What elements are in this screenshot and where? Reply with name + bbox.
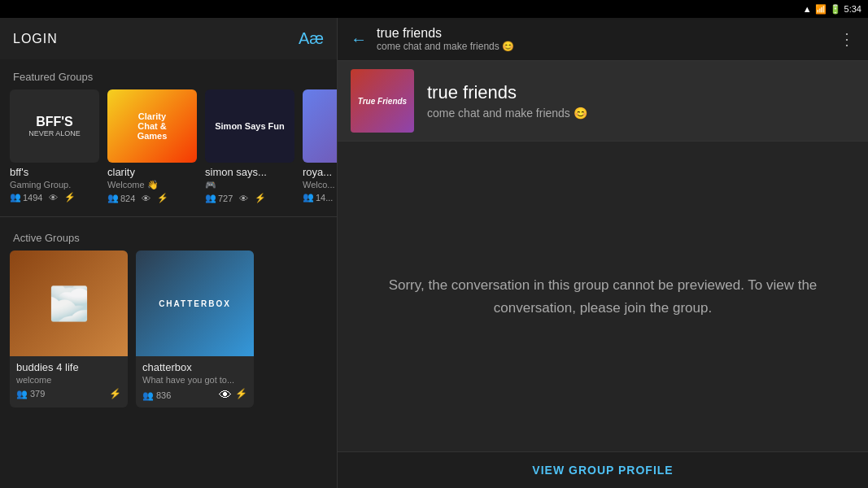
signal-icon: 📶	[815, 4, 827, 15]
eye-icon: 👁	[219, 388, 232, 403]
translate-icon[interactable]: Aæ	[299, 29, 324, 48]
featured-groups-scroll: BFF'S NEVER ALONE bff's Gaming Group. 👥 …	[0, 89, 337, 213]
clarity-name: clarity	[107, 166, 197, 178]
group-preview-details: true friends come chat and make friends …	[427, 82, 587, 120]
people-icon: 👥	[142, 390, 154, 401]
buddies-members: 👥 379	[16, 389, 45, 399]
group-preview-image: True Friends	[351, 69, 414, 133]
chatterbox-placeholder: CHATTERBOX	[136, 251, 254, 356]
people-icon: 👥	[107, 193, 119, 203]
royal-members: 👥 14...	[303, 192, 333, 203]
flash-icon: ⚡	[157, 193, 168, 203]
bffs-stats: 👥 1494 👁 ⚡	[10, 192, 99, 203]
eye-icon: 👁	[239, 194, 248, 203]
group-sub-header: come chat and make friends 😊	[377, 41, 829, 52]
section-divider	[0, 216, 337, 217]
chatterbox-members: 👥 836	[142, 390, 171, 401]
buddies-desc: welcome	[16, 375, 121, 385]
status-icons: ▲ 📶 🔋 5:34	[803, 4, 861, 15]
wifi-icon: ▲	[803, 4, 812, 14]
clarity-image: ClarityChat &Games	[107, 89, 197, 163]
group-name-header: true friends	[377, 26, 829, 41]
royal-name: roya...	[303, 166, 337, 178]
buddies-stats: 👥 379 ⚡	[16, 388, 121, 399]
battery-icon: 🔋	[830, 4, 841, 15]
royal-stats: 👥 14...	[303, 192, 337, 203]
simon-name: simon says...	[205, 166, 294, 178]
buddies-info: buddies 4 life welcome 👥 379 ⚡	[10, 356, 128, 404]
right-panel: ← true friends come chat and make friend…	[338, 18, 868, 488]
bffs-desc: Gaming Group.	[10, 180, 99, 190]
group-card-bffs[interactable]: BFF'S NEVER ALONE bff's Gaming Group. 👥 …	[10, 89, 99, 203]
people-icon: 👥	[16, 389, 28, 399]
chatterbox-name: chatterbox	[142, 361, 247, 373]
bffs-image: BFF'S NEVER ALONE	[10, 89, 99, 163]
group-card-simon[interactable]: Simon Says Fun simon says... 🎮 👥 727 👁 ⚡	[205, 89, 294, 203]
flash-icon: ⚡	[235, 388, 247, 403]
bffs-views: 👁	[49, 193, 58, 203]
simon-image: Simon Says Fun	[205, 89, 294, 163]
back-button[interactable]: ←	[351, 30, 367, 49]
royal-image: 👑	[303, 89, 337, 163]
time-display: 5:34	[844, 4, 861, 14]
chatterbox-image: CHATTERBOX	[136, 251, 254, 356]
main-layout: LOGIN Aæ Featured Groups BFF'S NEVER ALO…	[0, 18, 868, 488]
buddies-placeholder: 🌫️	[10, 251, 128, 356]
true-friends-placeholder: True Friends	[351, 69, 414, 133]
clarity-stats: 👥 824 👁 ⚡	[107, 193, 197, 203]
eye-icon: 👁	[49, 193, 58, 203]
people-icon: 👥	[10, 192, 21, 203]
group-preview-sub: come chat and make friends 😊	[427, 107, 587, 120]
chatterbox-desc: What have you got to...	[142, 375, 247, 385]
chatterbox-stats: 👥 836 👁 ⚡	[142, 388, 247, 403]
clarity-members: 👥 824	[107, 193, 135, 203]
left-panel: LOGIN Aæ Featured Groups BFF'S NEVER ALO…	[0, 18, 338, 488]
buddies-name: buddies 4 life	[16, 361, 121, 373]
simon-stats: 👥 727 👁 ⚡	[205, 193, 294, 203]
group-preview-name: true friends	[427, 82, 587, 103]
simon-desc: 🎮	[205, 180, 294, 190]
sorry-message: Sorry, the conversation in this group ca…	[362, 274, 844, 318]
bffs-members: 👥 1494	[10, 192, 42, 203]
group-card-clarity[interactable]: ClarityChat &Games clarity Welcome 👋 👥 8…	[107, 89, 197, 203]
left-header: LOGIN Aæ	[0, 18, 337, 59]
active-card-buddies[interactable]: 🌫️ buddies 4 life welcome 👥 379 ⚡	[10, 251, 128, 407]
group-card-royal[interactable]: 👑 roya... Welco... 👥 14...	[303, 89, 337, 203]
flash-icon: ⚡	[255, 193, 266, 203]
chatterbox-info: chatterbox What have you got to... 👥 836…	[136, 356, 254, 407]
people-icon: 👥	[303, 192, 314, 203]
status-bar: ▲ 📶 🔋 5:34	[0, 0, 868, 18]
featured-groups-title: Featured Groups	[0, 59, 337, 89]
group-preview-banner: True Friends true friends come chat and …	[338, 61, 868, 142]
view-group-profile-button[interactable]: VIEW GROUP PROFILE	[338, 451, 868, 488]
right-header: ← true friends come chat and make friend…	[338, 18, 868, 61]
active-card-chatterbox[interactable]: CHATTERBOX chatterbox What have you got …	[136, 251, 254, 407]
people-icon: 👥	[205, 193, 216, 203]
clarity-desc: Welcome 👋	[107, 180, 197, 190]
flash-icon: ⚡	[64, 192, 76, 203]
right-header-info: true friends come chat and make friends …	[377, 26, 829, 52]
royal-desc: Welco...	[303, 180, 337, 190]
chat-area: Sorry, the conversation in this group ca…	[338, 142, 868, 451]
simon-members: 👥 727	[205, 193, 233, 203]
flash-icon: ⚡	[109, 388, 121, 399]
login-title: LOGIN	[13, 32, 58, 46]
chatterbox-action-icons: 👁 ⚡	[219, 388, 247, 403]
more-options-button[interactable]: ⋮	[839, 29, 855, 49]
eye-icon: 👁	[142, 194, 150, 203]
bffs-flash: ⚡	[64, 192, 76, 203]
active-groups-title: Active Groups	[0, 220, 337, 251]
buddies-image: 🌫️	[10, 251, 128, 356]
bffs-name: bff's	[10, 166, 99, 178]
active-groups-list: 🌫️ buddies 4 life welcome 👥 379 ⚡	[0, 251, 337, 417]
